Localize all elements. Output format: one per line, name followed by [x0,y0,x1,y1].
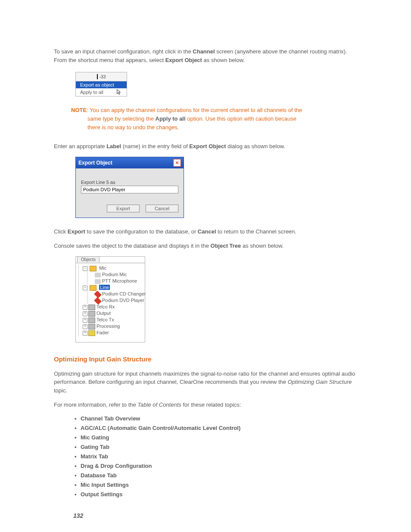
expand-icon[interactable]: + [83,318,87,323]
tree-label: PTT Microphone [102,278,137,283]
tree-node[interactable]: PTT Microphone [83,278,144,284]
export-object-dialog: Export Object × Export Line 5 as Export … [75,157,184,218]
menu-label: Export as object [80,82,114,87]
tree-label: Telco Tx [97,317,114,322]
tree-label: Podium DVD Player [102,298,144,303]
text: (name) in the entry field of [121,143,189,149]
note-text: : You can apply the channel configuratio… [87,107,302,113]
label-instruction-paragraph: Enter an appropriate Label (name) in the… [54,142,361,151]
bold-cancel: Cancel [198,228,216,235]
list-item: Matrix Tab [75,453,361,460]
mic-icon [95,273,101,277]
optimizing-paragraph: Optimizing gain structure for input chan… [54,370,361,395]
folder-icon [90,285,97,291]
tree-label: Output [97,311,111,316]
tree-node[interactable]: +Processing [77,323,144,330]
tree-label: Podium CD Changer [102,291,146,296]
expand-icon[interactable]: + [83,324,87,329]
export-button[interactable]: Export [107,205,140,212]
bold-object-tree: Object Tree [211,243,241,249]
bold-export-object: Export Object [189,143,226,149]
module-icon [88,305,95,310]
text: For more information, refer to the [54,401,137,408]
context-menu-header: -33 [76,72,127,81]
tree-node[interactable]: Podium CD Changer [83,291,144,297]
collapse-icon[interactable]: − [83,266,87,271]
expand-icon[interactable]: + [83,311,87,316]
note-line2: same type by selecting the Apply to all … [71,115,353,123]
cursor-icon [116,89,122,95]
tick-icon [97,74,98,79]
text: Enter an appropriate [54,143,106,149]
text: To save an input channel configuration, … [54,48,193,55]
dialog-field-label: Export Line 5 as [81,180,178,185]
text: as shown below. [241,243,283,249]
bold-channel: Channel [193,48,215,55]
cancel-button[interactable]: Cancel [146,205,178,212]
text: Click [54,228,68,235]
list-item: Channel Tab Overview [75,415,361,422]
tree-node[interactable]: Podium DVD Player [83,297,144,304]
note-text: option. Use this option with caution bec… [186,115,296,122]
fader-icon [88,330,95,336]
mic-icon [95,279,101,284]
note-text: same type by selecting the [87,115,156,122]
intro-paragraph: To save an input channel configuration, … [54,47,361,64]
text: dialog as shown below. [226,143,285,149]
click-export-paragraph: Click Export to save the configuration t… [54,227,361,236]
tree-label-selected: Line [99,285,110,290]
italic-toc: Table of Contents [137,401,181,408]
objects-tab[interactable]: Objects [77,256,100,262]
text: topic. [54,387,67,394]
tree-node[interactable]: +Fader [77,330,144,336]
italic-optimizing-gain: Optimizing Gain Structure [288,379,352,385]
close-button[interactable]: × [173,159,181,167]
object-tree-paragraph: Console saves the object to the database… [54,242,361,250]
collapse-icon[interactable]: − [83,286,87,290]
bold-label: Label [106,143,121,149]
tree-node[interactable]: +Output [77,310,144,317]
object-tree: − Mic Podium Mic PTT Microphone − Line P… [76,263,145,342]
dialog-title: Export Object [78,160,112,166]
tree-label: Podium Mic [102,272,127,277]
bold-export-object: Export Object [165,57,202,63]
expand-icon[interactable]: + [83,305,87,310]
note-label: NOTE [71,107,87,113]
page: To save an input channel configuration, … [0,0,411,532]
dialog-body: Export Line 5 as [76,168,184,198]
tree-label: Telco Rx [97,304,115,309]
object-tree-figure: Objects − Mic Podium Mic PTT Microphone … [75,256,145,342]
section-heading-optimizing: Optimizing Input Gain Structure [54,355,361,363]
list-item: AGC/ALC (Automatic Gain Control/Automati… [75,425,361,431]
note-line3: there is no way to undo the changes. [71,123,353,132]
more-info-paragraph: For more information, refer to the Table… [54,401,361,409]
menu-label: Apply to all [80,90,103,95]
expand-icon[interactable]: + [83,331,87,336]
text: as shown below. [202,57,245,63]
page-number: 132 [73,512,83,519]
context-menu-figure: -33 Export as object Apply to all [75,72,127,96]
tree-node-mic[interactable]: − Mic Podium Mic PTT Microphone [77,265,144,284]
label-input[interactable] [81,186,178,193]
tree-node[interactable]: Podium Mic [83,271,144,278]
tree-node[interactable]: +Telco Rx [77,304,144,310]
list-item: Drag & Drop Configuration [75,463,361,469]
module-icon [88,324,95,330]
tree-node[interactable]: +Telco Tx [77,317,144,323]
dialog-buttons: Export Cancel [76,198,184,218]
list-item: Mic Gating [75,434,361,441]
folder-icon [90,266,97,271]
tree-node-line[interactable]: − Line Podium CD Changer Podium DVD Play… [77,284,144,304]
tree-label: Mic [99,265,106,271]
module-icon [88,317,95,323]
tree-label: Fader [97,330,109,335]
context-menu-item-apply-all[interactable]: Apply to all [76,88,127,96]
list-item: Mic Input Settings [75,482,361,488]
list-item: Database Tab [75,472,361,479]
dialog-titlebar: Export Object × [76,157,184,168]
close-icon: × [175,160,179,165]
related-topics-list: Channel Tab Overview AGC/ALC (Automatic … [75,415,361,498]
module-icon [88,311,95,317]
context-menu-item-export[interactable]: Export as object [76,81,127,88]
list-item: Gating Tab [75,444,361,450]
